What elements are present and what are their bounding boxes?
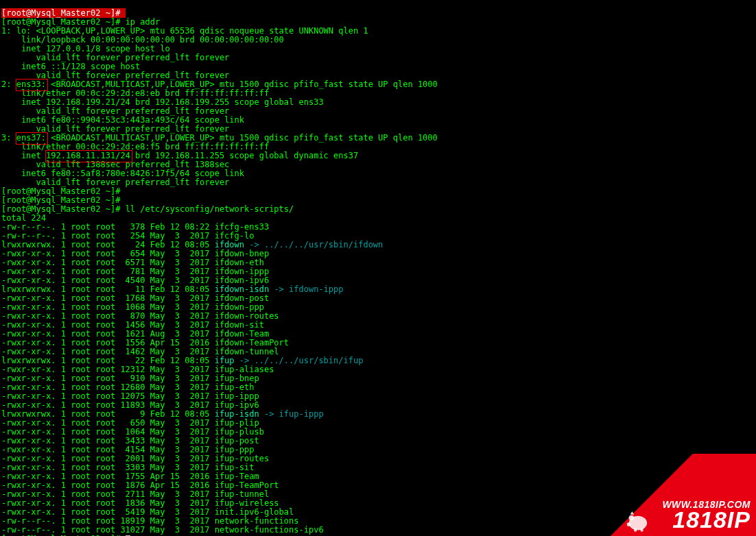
if2-head: 2: ens33: <BROADCAST,MULTICAST,UP,LOWER_… bbox=[1, 80, 438, 89]
file-name: ifup-TeamPort bbox=[215, 480, 279, 490]
if2-inet: inet 192.168.199.21/24 brd 192.168.199.2… bbox=[1, 97, 324, 107]
file-name: ifdown-routes bbox=[215, 311, 279, 321]
file-name: ifup-plip bbox=[215, 418, 259, 428]
if3-link: link/ether 00:0c:29:2d:e8:f5 brd ff:ff:f… bbox=[1, 142, 269, 151]
file-row: -rwxr-xr-x. 1 root root 1621 Aug 3 2017 … bbox=[1, 329, 269, 339]
file-name: ifup-wireless bbox=[215, 498, 279, 508]
file-name: ifup-ippp bbox=[215, 391, 259, 401]
file-row: -rwxr-xr-x. 1 root root 1462 May 3 2017 … bbox=[1, 347, 279, 356]
file-name: ifdown-bnep bbox=[215, 249, 269, 258]
file-row: -rwxr-xr-x. 1 root root 1755 Apr 15 2016… bbox=[1, 472, 259, 481]
file-row: lrwxrwxrwx. 1 root root 24 Feb 12 08:05 … bbox=[1, 240, 383, 249]
file-row: lrwxrwxrwx. 1 root root 11 Feb 12 08:05 … bbox=[1, 284, 344, 294]
file-name: ifdown-ippp bbox=[215, 267, 269, 276]
if1-link: link/loopback 00:00:00:00:00:00 brd 00:0… bbox=[1, 35, 284, 45]
file-row: -rwxr-xr-x. 1 root root 4540 May 3 2017 … bbox=[1, 276, 269, 285]
if1-head: 1: lo: <LOOPBACK,UP,LOWER_UP> mtu 65536 … bbox=[1, 26, 368, 36]
file-row: -rwxr-xr-x. 1 root root 12680 May 3 2017… bbox=[1, 382, 254, 392]
prompt-line-1: [root@Mysql_Master02 ~]# ip addr bbox=[1, 17, 160, 27]
file-row: -rwxr-xr-x. 1 root root 870 May 3 2017 i… bbox=[1, 311, 279, 321]
link-target: -> ifup-ippp bbox=[259, 409, 324, 419]
file-name: network-functions bbox=[215, 516, 299, 526]
file-row: -rw-r--r--. 1 root root 31027 May 3 2017… bbox=[1, 525, 324, 535]
if3-valid6: valid_lft forever preferred_lft forever bbox=[1, 178, 229, 187]
file-name: ifup-sit bbox=[215, 463, 255, 472]
file-name: ifup-bnep bbox=[215, 374, 259, 383]
file-row: -rw-r--r--. 1 root root 378 Feb 12 08:22… bbox=[1, 222, 269, 232]
if2-link: link/ether 00:0c:29:2d:e8:eb brd ff:ff:f… bbox=[1, 88, 269, 98]
file-name: ifup bbox=[215, 356, 235, 365]
file-row: -rwxr-xr-x. 1 root root 3303 May 3 2017 … bbox=[1, 463, 254, 472]
file-row: -rwxr-xr-x. 1 root root 4154 May 3 2017 … bbox=[1, 445, 254, 454]
link-target: -> ../../../usr/sbin/ifup bbox=[235, 356, 364, 365]
file-row: -rwxr-xr-x. 1 root root 1876 Apr 15 2016… bbox=[1, 480, 279, 490]
file-name: ifdown bbox=[215, 240, 244, 249]
file-row: -rwxr-xr-x. 1 root root 6571 May 3 2017 … bbox=[1, 258, 264, 267]
file-name: ifup-plusb bbox=[215, 427, 264, 437]
file-name: ifup-eth bbox=[215, 382, 255, 392]
total-line: total 224 bbox=[1, 213, 46, 223]
file-name: ifdown-ppp bbox=[215, 302, 264, 312]
file-name: ifdown-sit bbox=[215, 320, 264, 330]
file-row: lrwxrwxrwx. 1 root root 9 Feb 12 08:05 i… bbox=[1, 409, 324, 419]
file-row: -rwxr-xr-x. 1 root root 2001 May 3 2017 … bbox=[1, 454, 269, 463]
file-row: -rwxr-xr-x. 1 root root 5419 May 3 2017 … bbox=[1, 507, 294, 517]
file-name: ifup-ipv6 bbox=[215, 400, 259, 410]
file-name: ifcfg-ens33 bbox=[215, 222, 269, 232]
file-row: -rwxr-xr-x. 1 root root 650 May 3 2017 i… bbox=[1, 418, 259, 428]
if3-valid: valid_lft 1388sec preferred_lft 1388sec bbox=[1, 160, 229, 169]
file-name: init.ipv6-global bbox=[215, 507, 294, 517]
prompt-empty-1: [root@Mysql_Master02 ~]# bbox=[1, 186, 126, 196]
if2-valid6: valid_lft forever preferred_lft forever bbox=[1, 124, 229, 134]
top-truncated-line: [root@Mysql_Master02 ~]# bbox=[1, 8, 126, 18]
file-row: -rwxr-xr-x. 1 root root 1556 Apr 15 2016… bbox=[1, 338, 289, 348]
prompt-ll: [root@Mysql_Master02 ~]# ll /etc/sysconf… bbox=[1, 204, 294, 214]
file-name: ifup-aliases bbox=[215, 365, 274, 374]
file-row: -rwxr-xr-x. 1 root root 2711 May 3 2017 … bbox=[1, 489, 269, 499]
file-name: ifdown-tunnel bbox=[215, 347, 279, 356]
file-row: -rwxr-xr-x. 1 root root 781 May 3 2017 i… bbox=[1, 267, 269, 276]
file-name: ifdown-eth bbox=[215, 258, 264, 267]
if2-valid: valid_lft forever preferred_lft forever bbox=[1, 106, 229, 116]
file-row: -rwxr-xr-x. 1 root root 12075 May 3 2017… bbox=[1, 391, 259, 401]
link-target: -> ifdown-ippp bbox=[269, 284, 343, 294]
file-row: -rwxr-xr-x. 1 root root 11893 May 3 2017… bbox=[1, 400, 259, 410]
terminal-output[interactable]: [root@Mysql_Master02 ~]# [root@Mysql_Mas… bbox=[0, 0, 756, 536]
file-name: ifdown-post bbox=[215, 293, 269, 303]
prompt-empty-2: [root@Mysql_Master02 ~]# bbox=[1, 195, 126, 205]
if1-inet: inet 127.0.0.1/8 scope host lo bbox=[1, 44, 170, 53]
file-name: ifup-isdn bbox=[215, 409, 259, 419]
file-row: -rwxr-xr-x. 1 root root 1836 May 3 2017 … bbox=[1, 498, 279, 508]
file-name: ifup-ppp bbox=[215, 445, 255, 454]
if3-inet: inet 192.168.11.131/24 brd 192.168.11.25… bbox=[1, 151, 358, 160]
file-row: -rwxr-xr-x. 1 root root 12312 May 3 2017… bbox=[1, 365, 274, 374]
file-name: ifdown-isdn bbox=[215, 284, 269, 294]
file-name: ifdown-TeamPort bbox=[215, 338, 289, 348]
file-row: -rwxr-xr-x. 1 root root 654 May 3 2017 i… bbox=[1, 249, 269, 258]
file-row: -rwxr-xr-x. 1 root root 1768 May 3 2017 … bbox=[1, 293, 269, 303]
file-name: network-functions-ipv6 bbox=[215, 525, 324, 535]
if1-valid: valid_lft forever preferred_lft forever bbox=[1, 53, 229, 62]
file-name: ifdown-ipv6 bbox=[215, 276, 269, 285]
file-row: -rw-r--r--. 1 root root 18919 May 3 2017… bbox=[1, 516, 299, 526]
file-row: lrwxrwxrwx. 1 root root 22 Feb 12 08:05 … bbox=[1, 356, 363, 365]
file-name: ifcfg-lo bbox=[215, 231, 255, 241]
file-name: ifup-post bbox=[215, 436, 259, 446]
file-name: ifdown-Team bbox=[215, 329, 269, 339]
if2-inet6: inet6 fe80::9904:53c3:443a:493c/64 scope… bbox=[1, 115, 249, 125]
file-name: ifup-routes bbox=[215, 454, 269, 463]
file-name: ifup-tunnel bbox=[215, 489, 269, 499]
if1-inet6: inet6 ::1/128 scope host bbox=[1, 62, 145, 71]
file-row: -rwxr-xr-x. 1 root root 910 May 3 2017 i… bbox=[1, 374, 259, 383]
file-row: -rw-r--r--. 1 root root 254 May 3 2017 i… bbox=[1, 231, 254, 241]
file-name: ifup-Team bbox=[215, 472, 259, 481]
link-target: -> ../../../usr/sbin/ifdown bbox=[244, 240, 383, 249]
file-row: -rwxr-xr-x. 1 root root 3433 May 3 2017 … bbox=[1, 436, 259, 446]
if1-valid6: valid_lft forever preferred_lft forever bbox=[1, 71, 229, 80]
if3-inet6: inet6 fe80::5af8:780e:8426:17f5/64 scope… bbox=[1, 169, 249, 178]
file-row: -rwxr-xr-x. 1 root root 1456 May 3 2017 … bbox=[1, 320, 264, 330]
file-row: -rwxr-xr-x. 1 root root 1068 May 3 2017 … bbox=[1, 302, 264, 312]
if3-head: 3: ens37: <BROADCAST,MULTICAST,UP,LOWER_… bbox=[1, 133, 438, 143]
file-row: -rwxr-xr-x. 1 root root 1064 May 3 2017 … bbox=[1, 427, 264, 437]
